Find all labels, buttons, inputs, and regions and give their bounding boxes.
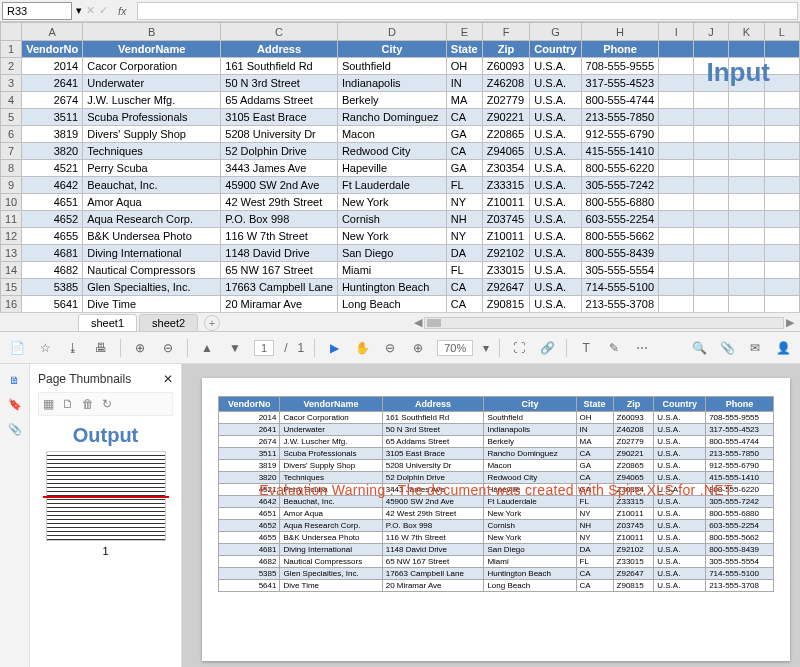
row-header[interactable]: 11 (1, 211, 22, 228)
cell[interactable]: Diving International (83, 245, 221, 262)
cell[interactable]: B&K Undersea Photo (83, 228, 221, 245)
row-header[interactable]: 15 (1, 279, 22, 296)
cell[interactable]: 2641 (22, 75, 83, 92)
cell[interactable] (693, 109, 728, 126)
close-icon[interactable]: ✕ (163, 372, 173, 386)
cell[interactable] (659, 92, 694, 109)
text-tool-icon[interactable]: T (577, 339, 595, 357)
cell[interactable]: 20 Miramar Ave (221, 296, 338, 313)
thumb-rotate-icon[interactable]: ↻ (102, 397, 112, 411)
thumbnails-icon[interactable]: 🗎 (9, 374, 20, 386)
cell[interactable]: FL (446, 262, 482, 279)
cell[interactable]: CA (446, 109, 482, 126)
print-icon[interactable]: 🖶 (92, 339, 110, 357)
select-all-cell[interactable] (1, 23, 22, 41)
cell[interactable]: CA (446, 296, 482, 313)
cell[interactable]: Aqua Research Corp. (83, 211, 221, 228)
cell[interactable]: City (337, 41, 446, 58)
cell[interactable] (693, 143, 728, 160)
prev-page-icon[interactable]: ▲ (198, 339, 216, 357)
cell[interactable]: P.O. Box 998 (221, 211, 338, 228)
cell[interactable]: 213-555-3708 (581, 296, 659, 313)
cell[interactable]: Z33315 (482, 177, 530, 194)
cell[interactable]: 800-555-4744 (581, 92, 659, 109)
cell[interactable] (764, 92, 799, 109)
zoom-out-icon[interactable]: ⊖ (159, 339, 177, 357)
cell[interactable]: 65 Addams Street (221, 92, 338, 109)
cell[interactable] (764, 126, 799, 143)
row-header[interactable]: 1 (1, 41, 22, 58)
cell[interactable]: U.S.A. (530, 92, 581, 109)
zoom-dropdown-icon[interactable]: ▾ (483, 341, 489, 355)
cell[interactable] (693, 126, 728, 143)
cell[interactable] (693, 92, 728, 109)
cell[interactable]: NY (446, 228, 482, 245)
row-header[interactable]: 12 (1, 228, 22, 245)
cell[interactable]: U.S.A. (530, 160, 581, 177)
cell[interactable] (764, 143, 799, 160)
page-current[interactable]: 1 (254, 340, 274, 356)
cell[interactable]: 4655 (22, 228, 83, 245)
cell[interactable] (764, 228, 799, 245)
cell[interactable]: Z60093 (482, 58, 530, 75)
fx-icon[interactable]: fx (112, 5, 133, 17)
cell[interactable]: Redwood City (337, 143, 446, 160)
cell[interactable]: 17663 Campbell Lane (221, 279, 338, 296)
cell[interactable] (659, 279, 694, 296)
col-header-E[interactable]: E (446, 23, 482, 41)
cell[interactable]: Berkely (337, 92, 446, 109)
cell[interactable]: 800-555-6880 (581, 194, 659, 211)
cell[interactable]: New York (337, 194, 446, 211)
row-header[interactable]: 6 (1, 126, 22, 143)
horizontal-scrollbar[interactable] (424, 317, 784, 329)
cell[interactable] (729, 245, 765, 262)
cell[interactable]: 161 Southfield Rd (221, 58, 338, 75)
cell[interactable]: Scuba Professionals (83, 109, 221, 126)
cell[interactable]: Z33015 (482, 262, 530, 279)
cell[interactable] (659, 211, 694, 228)
thumb-delete-icon[interactable]: 🗑 (82, 397, 94, 411)
cell[interactable]: GA (446, 126, 482, 143)
cell[interactable]: Z10011 (482, 194, 530, 211)
sheet-tab-1[interactable]: sheet1 (78, 314, 137, 332)
cell[interactable]: U.S.A. (530, 296, 581, 313)
cell[interactable] (659, 296, 694, 313)
pdf-canvas[interactable]: VendorNoVendorNameAddressCityStateZipCou… (182, 364, 800, 667)
cell[interactable] (729, 177, 765, 194)
cell[interactable]: Divers' Supply Shop (83, 126, 221, 143)
cell[interactable]: 5385 (22, 279, 83, 296)
cell[interactable]: GA (446, 160, 482, 177)
cell[interactable]: 3819 (22, 126, 83, 143)
cell[interactable]: Z90815 (482, 296, 530, 313)
cell[interactable]: 4652 (22, 211, 83, 228)
row-header[interactable]: 9 (1, 177, 22, 194)
cell[interactable] (659, 126, 694, 143)
hand-icon[interactable]: ✋ (353, 339, 371, 357)
cell[interactable] (764, 279, 799, 296)
cell[interactable]: Country (530, 41, 581, 58)
formula-input[interactable] (137, 2, 798, 20)
cell[interactable]: U.S.A. (530, 143, 581, 160)
cell[interactable]: VendorNo (22, 41, 83, 58)
cell[interactable] (729, 41, 765, 58)
col-header-B[interactable]: B (83, 23, 221, 41)
cell[interactable]: NY (446, 194, 482, 211)
cell[interactable] (659, 41, 694, 58)
cell[interactable] (729, 126, 765, 143)
col-header-D[interactable]: D (337, 23, 446, 41)
cancel-icon[interactable]: ✕ (86, 4, 95, 17)
cell[interactable]: Miami (337, 262, 446, 279)
cell[interactable]: Address (221, 41, 338, 58)
cell[interactable] (729, 160, 765, 177)
cell[interactable] (729, 194, 765, 211)
cell[interactable]: IN (446, 75, 482, 92)
cell[interactable]: Z92647 (482, 279, 530, 296)
cell[interactable]: Southfield (337, 58, 446, 75)
cell[interactable] (693, 41, 728, 58)
thumb-new-icon[interactable]: 🗋 (62, 397, 74, 411)
cell[interactable]: FL (446, 177, 482, 194)
cell[interactable]: J.W. Luscher Mfg. (83, 92, 221, 109)
cell[interactable] (659, 58, 694, 75)
zoom-level[interactable]: 70% (437, 340, 473, 356)
next-page-icon[interactable]: ▼ (226, 339, 244, 357)
